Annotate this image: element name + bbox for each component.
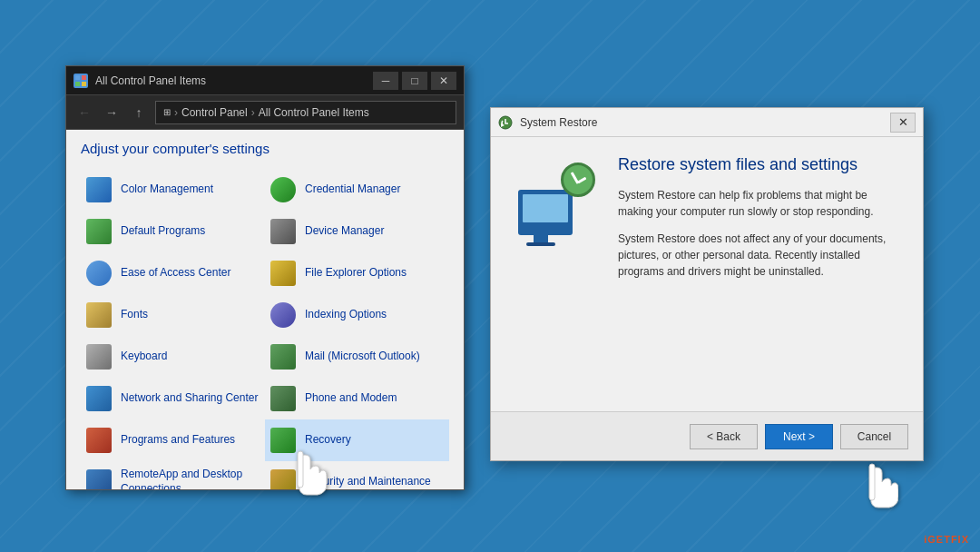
list-item-programs[interactable]: Programs and Features <box>81 419 265 461</box>
sr-back-button[interactable]: < Back <box>690 424 758 449</box>
programs-label: Programs and Features <box>121 433 235 448</box>
sr-window-title: System Restore <box>520 116 883 129</box>
cp-content: Adjust your computer's settings Color Ma… <box>66 130 464 489</box>
path-control-panel: Control Panel <box>181 106 248 119</box>
remoteapp-icon <box>84 468 113 489</box>
cp-window-title: All Control Panel Items <box>95 74 366 87</box>
cp-minimize-button[interactable]: ─ <box>373 72 398 90</box>
list-item-file-explorer[interactable]: File Explorer Options <box>265 252 449 294</box>
phone-label: Phone and Modem <box>305 391 397 406</box>
list-item-security[interactable]: Security and Maintenance <box>265 461 449 489</box>
list-item-fonts[interactable]: Fonts <box>81 294 265 336</box>
address-path[interactable]: ⊞ › Control Panel › All Control Panel It… <box>155 101 456 124</box>
ease-of-access-label: Ease of Access Center <box>121 266 230 281</box>
nav-forward-button[interactable]: → <box>101 102 122 123</box>
sr-window-icon <box>498 115 513 130</box>
sr-heading: Restore system files and settings <box>618 155 905 174</box>
nav-up-button[interactable]: ↑ <box>128 102 150 123</box>
sr-image <box>514 163 595 235</box>
ease-of-access-icon <box>84 259 113 288</box>
sr-close-button[interactable]: ✕ <box>890 113 916 133</box>
list-item-credential-manager[interactable]: Credential Manager <box>265 169 449 211</box>
sr-body: Restore system files and settings System… <box>491 137 923 411</box>
device-manager-icon <box>269 217 298 246</box>
sr-next-button[interactable]: Next > <box>765 424 833 449</box>
svg-rect-0 <box>75 75 80 80</box>
list-item-mail[interactable]: Mail (Microsoft Outlook) <box>265 336 449 378</box>
keyboard-icon <box>84 342 113 371</box>
list-item-network[interactable]: Network and Sharing Center <box>81 378 265 419</box>
sr-monitor-stand <box>534 235 548 242</box>
color-management-label: Color Management <box>121 182 213 197</box>
cp-maximize-button[interactable]: □ <box>402 72 427 90</box>
network-label: Network and Sharing Center <box>121 391 258 406</box>
path-all-items: All Control Panel Items <box>259 106 369 119</box>
cp-window-icon <box>74 74 88 88</box>
list-item-phone[interactable]: Phone and Modem <box>265 378 449 419</box>
cp-addressbar: ← → ↑ ⊞ › Control Panel › All Control Pa… <box>66 95 464 130</box>
svg-rect-1 <box>82 75 86 80</box>
network-icon <box>84 384 113 413</box>
fonts-icon <box>84 301 113 330</box>
list-item-remoteapp[interactable]: RemoteApp and Desktop Connections <box>81 461 265 489</box>
indexing-label: Indexing Options <box>305 308 387 322</box>
list-item-color-management[interactable]: Color Management <box>81 169 265 211</box>
list-item-indexing[interactable]: Indexing Options <box>265 294 449 336</box>
sr-text-area: Restore system files and settings System… <box>618 155 905 393</box>
programs-icon <box>84 426 113 455</box>
default-programs-icon <box>84 217 113 246</box>
credential-manager-icon <box>269 175 298 204</box>
security-icon <box>269 468 298 489</box>
control-panel-window: All Control Panel Items ─ □ ✕ ← → ↑ ⊞ › … <box>65 65 465 490</box>
cursor-right <box>853 455 898 518</box>
device-manager-label: Device Manager <box>305 224 384 239</box>
sr-description-2: System Restore does not affect any of yo… <box>618 231 905 280</box>
sr-monitor-screen <box>523 194 568 222</box>
cp-items-grid: Color Management Credential Manager Defa… <box>81 169 449 489</box>
list-item-default-programs[interactable]: Default Programs <box>81 211 265 252</box>
sr-description-1: System Restore can help fix problems tha… <box>618 187 905 220</box>
file-explorer-icon <box>269 259 298 288</box>
nav-back-button[interactable]: ← <box>74 102 95 123</box>
sr-titlebar: System Restore ✕ <box>491 108 923 137</box>
cp-close-button[interactable]: ✕ <box>431 72 456 90</box>
sr-clock-shape <box>561 163 595 197</box>
list-item-recovery[interactable]: Recovery <box>265 419 449 461</box>
default-programs-label: Default Programs <box>121 224 205 239</box>
svg-rect-3 <box>82 82 86 86</box>
cp-titlebar: All Control Panel Items ─ □ ✕ <box>66 66 464 95</box>
watermark-text: iGETFIX <box>924 534 969 545</box>
indexing-icon <box>269 301 298 330</box>
sr-cancel-button[interactable]: Cancel <box>840 424 908 449</box>
remoteapp-label: RemoteApp and Desktop Connections <box>121 468 261 489</box>
watermark: iGETFIX <box>924 534 969 545</box>
sr-clock-minute-hand <box>577 177 586 184</box>
svg-rect-7 <box>869 464 875 500</box>
recovery-label: Recovery <box>305 433 351 448</box>
sr-monitor-base <box>526 242 555 246</box>
sr-illustration <box>509 155 600 393</box>
sr-footer: < Back Next > Cancel <box>491 411 923 460</box>
list-item-ease-of-access[interactable]: Ease of Access Center <box>81 252 265 294</box>
path-icon: ⊞ <box>163 107 171 117</box>
list-item-keyboard[interactable]: Keyboard <box>81 336 265 378</box>
sr-monitor-shape <box>518 190 573 235</box>
list-item-device-manager[interactable]: Device Manager <box>265 211 449 252</box>
cp-heading: Adjust your computer's settings <box>81 141 449 156</box>
file-explorer-label: File Explorer Options <box>305 266 407 281</box>
phone-icon <box>269 384 298 413</box>
svg-rect-2 <box>75 82 80 86</box>
mail-label: Mail (Microsoft Outlook) <box>305 350 420 364</box>
mail-icon <box>269 342 298 371</box>
fonts-label: Fonts <box>121 308 148 322</box>
cp-window-controls: ─ □ ✕ <box>373 72 456 90</box>
keyboard-label: Keyboard <box>121 350 167 364</box>
security-label: Security and Maintenance <box>305 475 431 489</box>
system-restore-dialog: System Restore ✕ Restore system fil <box>490 107 924 461</box>
recovery-icon <box>269 426 298 455</box>
credential-manager-label: Credential Manager <box>305 182 400 197</box>
color-management-icon <box>84 175 113 204</box>
